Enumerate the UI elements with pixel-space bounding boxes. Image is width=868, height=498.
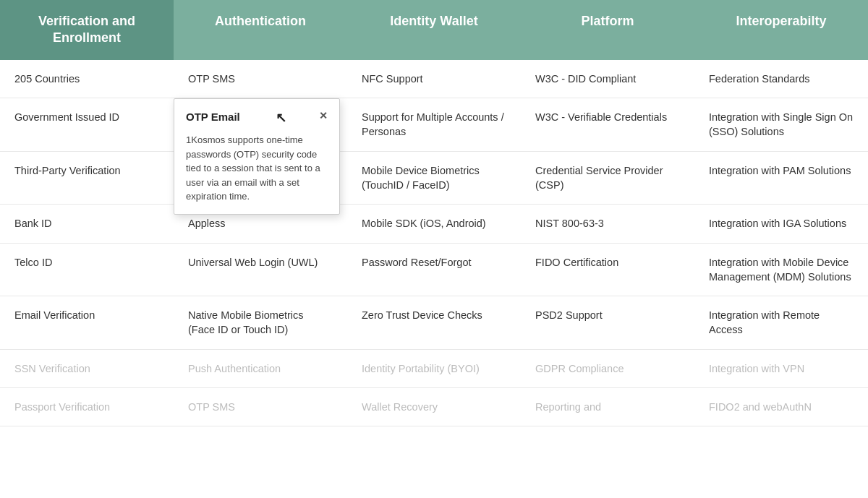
table-header: Verification and Enrollment Authenticati… — [0, 0, 868, 60]
feature-table: Verification and Enrollment Authenticati… — [0, 0, 868, 426]
cell-r2-c5: Integration with PAM Solutions — [694, 152, 868, 205]
cell-r7-c5: FIDO2 and webAuthN — [694, 388, 868, 426]
table-row: Passport Verification OTP SMS Wallet Rec… — [0, 388, 868, 426]
cell-r1-c4: W3C - Verifiable Credentials — [521, 98, 694, 151]
tooltip-close-icon[interactable]: ✕ — [319, 109, 328, 124]
tooltip-popup: OTP Email ↖ ✕ 1Kosmos supports one-time … — [174, 98, 340, 215]
table-row: Third-Party Verification Mobile Device B… — [0, 152, 868, 205]
cell-r0-c5: Federation Standards — [694, 60, 868, 98]
cell-r5-c2: Native Mobile Biometrics (Face ID or Tou… — [174, 296, 347, 349]
cell-r1-c3: Support for Multiple Accounts / Personas — [347, 98, 521, 151]
table-row: 205 Countries OTP SMS NFC Support W3C - … — [0, 60, 868, 98]
table-row: SSN Verification Push Authentication Ide… — [0, 350, 868, 388]
cell-r7-c1: Passport Verification — [0, 388, 174, 426]
tooltip-cursor: ↖ — [276, 109, 286, 127]
cell-r0-c4: W3C - DID Compliant — [521, 60, 694, 98]
header-col3: Identity Wallet — [347, 0, 521, 60]
cell-r5-c1: Email Verification — [0, 296, 174, 349]
cell-r0-c2: OTP SMS — [174, 60, 347, 98]
table-row: Telco ID Universal Web Login (UWL) Passw… — [0, 244, 868, 297]
cell-r1-c1: Government Issued ID — [0, 98, 174, 151]
cell-r7-c2: OTP SMS — [174, 388, 347, 426]
cell-r3-c5: Integration with IGA Solutions — [694, 205, 868, 242]
header-col5: Interoperabilty — [694, 0, 868, 60]
cell-r6-c3: Identity Portability (BYOI) — [347, 350, 521, 387]
tooltip-description: 1Kosmos supports one-time passwords (OTP… — [186, 133, 328, 204]
cell-r2-c4: Credential Service Provider (CSP) — [521, 152, 694, 205]
cell-r4-c5: Integration with Mobile Device Managemen… — [694, 244, 868, 296]
cell-r4-c1: Telco ID — [0, 244, 174, 296]
cell-r0-c1: 205 Countries — [0, 60, 174, 98]
cell-r5-c3: Zero Trust Device Checks — [347, 296, 521, 349]
cell-r1-c2: OTP Email ↖ ✕ 1Kosmos supports one-time … — [174, 98, 347, 151]
tooltip-title-row: OTP Email ↖ ✕ — [186, 109, 328, 127]
cell-r6-c2: Push Authentication — [174, 350, 347, 387]
header-col4: Platform — [521, 0, 694, 60]
cell-r2-c3: Mobile Device Biometrics (TouchID / Face… — [347, 152, 521, 205]
cell-r4-c4: FIDO Certification — [521, 244, 694, 296]
cell-r7-c4: Reporting and — [521, 388, 694, 426]
cell-r4-c3: Password Reset/Forgot — [347, 244, 521, 296]
header-col1: Verification and Enrollment — [0, 0, 174, 60]
cell-r6-c4: GDPR Compliance — [521, 350, 694, 387]
cell-r3-c1: Bank ID — [0, 205, 174, 242]
cell-r5-c4: PSD2 Support — [521, 296, 694, 349]
table-row: Bank ID Appless Mobile SDK (iOS, Android… — [0, 205, 868, 243]
table-row: Email Verification Native Mobile Biometr… — [0, 296, 868, 350]
tooltip-title-text: OTP Email — [186, 109, 240, 124]
cell-r6-c1: SSN Verification — [0, 350, 174, 387]
cell-r0-c3: NFC Support — [347, 60, 521, 98]
cell-r7-c3: Wallet Recovery — [347, 388, 521, 426]
cell-r4-c2: Universal Web Login (UWL) — [174, 244, 347, 296]
header-col2: Authentication — [174, 0, 347, 60]
table-row: Government Issued ID OTP Email ↖ ✕ 1Kosm… — [0, 98, 868, 152]
cell-r3-c3: Mobile SDK (iOS, Android) — [347, 205, 521, 242]
cell-r1-c5: Integration with Single Sign On (SSO) So… — [694, 98, 868, 151]
cell-r2-c1: Third-Party Verification — [0, 152, 174, 205]
cell-r6-c5: Integration with VPN — [694, 350, 868, 387]
cell-r3-c4: NIST 800-63-3 — [521, 205, 694, 242]
cell-r5-c5: Integration with Remote Access — [694, 296, 868, 349]
